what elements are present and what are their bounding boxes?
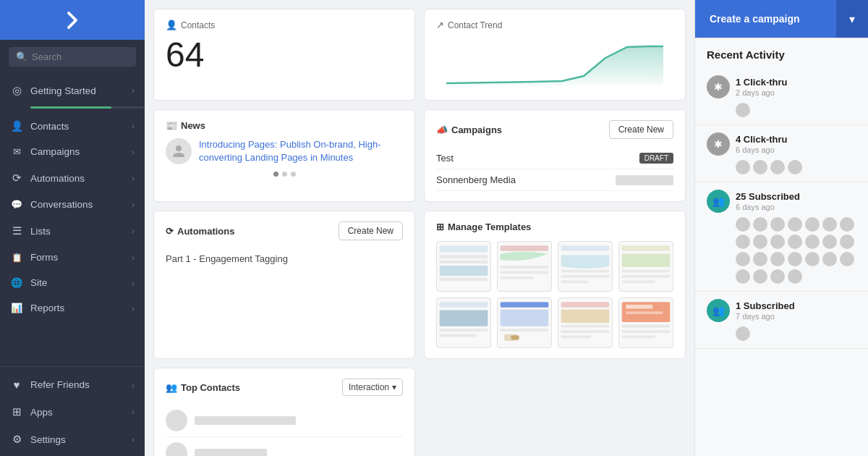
news-dots — [166, 172, 403, 177]
mini-avatar — [805, 217, 820, 232]
search-input[interactable] — [32, 51, 129, 62]
top-contacts-card: 👥 Top Contacts Interaction ▾ — [153, 368, 415, 456]
news-link[interactable]: Introducing Pages: Publish On-brand, Hig… — [199, 138, 403, 164]
automations-icon: ⟳ — [10, 172, 23, 185]
template-8[interactable] — [618, 297, 673, 348]
templates-card: ⊞ Manage Templates — [424, 211, 686, 359]
campaign-row-1: Test DRAFT — [436, 148, 673, 169]
activity-item-2: ✱ 4 Click-thru 6 days ago — [695, 125, 868, 182]
template-2[interactable] — [497, 241, 552, 292]
mini-avatar — [753, 235, 767, 249]
progress-bar — [30, 106, 145, 109]
sidebar-item-label: Getting Started — [30, 85, 124, 96]
activity-header-4: 👥 1 Subscribed 7 days ago — [707, 299, 856, 322]
sidebar-item-reports[interactable]: 📊 Reports › — [0, 295, 145, 321]
svg-rect-37 — [622, 330, 671, 333]
activity-item-1: ✱ 1 Click-thru 2 days ago — [695, 68, 868, 125]
sidebar-item-apps[interactable]: ⊞ Apps › — [0, 398, 145, 426]
template-3[interactable] — [558, 241, 613, 292]
lists-icon: ☰ — [10, 224, 23, 237]
sidebar-item-getting-started[interactable]: ◎ Getting Started › — [0, 77, 145, 113]
template-1[interactable] — [436, 241, 491, 292]
news-dot-3[interactable] — [291, 172, 296, 177]
interaction-dropdown[interactable]: Interaction ▾ — [342, 379, 403, 396]
sidebar-nav: ◎ Getting Started › 👤 Contacts › ✉ Campa… — [0, 74, 145, 366]
mini-avatar — [805, 252, 820, 266]
svg-rect-32 — [561, 336, 592, 339]
sidebar-item-lists[interactable]: ☰ Lists › — [0, 217, 145, 245]
search-icon: 🔍 — [16, 51, 27, 62]
mini-avatar — [805, 235, 820, 249]
activity-item-4: 👥 1 Subscribed 7 days ago — [695, 292, 868, 349]
mini-avatar — [822, 252, 837, 266]
automations-create-new-button[interactable]: Create New — [339, 221, 403, 240]
trend-card: ↗ Contact Trend — [424, 9, 686, 101]
search-bar[interactable]: 🔍 — [9, 47, 136, 67]
campaign-row-2: Sonnenberg Media — [436, 169, 673, 191]
sidebar-item-contacts[interactable]: 👤 Contacts › — [0, 113, 145, 139]
create-campaign-dropdown-button[interactable]: ▾ — [836, 0, 868, 38]
mini-avatar — [770, 252, 785, 266]
svg-rect-8 — [501, 271, 549, 274]
sidebar-item-campaigns[interactable]: ✉ Campaigns › — [0, 139, 145, 164]
svg-rect-12 — [561, 275, 610, 278]
sidebar-item-automations[interactable]: ⟳ Automations › — [0, 164, 145, 192]
contacts-card: 👤 Contacts 64 — [153, 9, 415, 101]
svg-rect-3 — [440, 261, 488, 264]
top-contacts-header: 👥 Top Contacts Interaction ▾ — [166, 379, 403, 396]
chevron-down-icon: ▾ — [849, 12, 855, 26]
campaign-name-1: Test — [436, 153, 454, 164]
template-4[interactable] — [618, 241, 673, 292]
activity-icon-1: ✱ — [707, 75, 730, 98]
logo-icon — [61, 9, 83, 31]
automations-icon: ⟳ — [166, 226, 174, 237]
svg-rect-4 — [440, 266, 488, 276]
mini-avatar — [822, 217, 837, 232]
mini-avatar — [788, 217, 802, 232]
template-7[interactable] — [558, 297, 613, 348]
activity-item-3: 👥 25 Subscribed 6 days ago — [695, 182, 868, 292]
template-5[interactable] — [436, 297, 491, 348]
sidebar-item-settings[interactable]: ⚙ Settings › — [0, 426, 145, 453]
trend-card-title: ↗ Contact Trend — [436, 20, 673, 30]
svg-rect-16 — [622, 270, 671, 273]
mini-avatar — [770, 235, 785, 249]
mini-avatar — [753, 252, 767, 266]
automation-row-1: Part 1 - Engagement Tagging — [166, 249, 403, 269]
sidebar-item-site[interactable]: 🌐 Site › — [0, 270, 145, 295]
sidebar-logo[interactable] — [0, 0, 145, 40]
mini-avatar — [770, 269, 785, 284]
activity-icon-4: 👥 — [707, 299, 730, 322]
svg-rect-28 — [561, 302, 610, 307]
sidebar-item-refer-friends[interactable]: ♥ Refer Friends › — [0, 371, 145, 398]
news-dot-2[interactable] — [282, 172, 287, 177]
svg-rect-5 — [440, 278, 488, 282]
svg-rect-2 — [440, 255, 488, 258]
create-campaign-button[interactable]: Create a campaign — [695, 0, 836, 38]
activity-time-2: 6 days ago — [736, 145, 788, 154]
sidebar-item-conversations[interactable]: 💬 Conversations › — [0, 192, 145, 217]
template-6[interactable] — [497, 297, 552, 348]
contact-avatar-1 — [166, 410, 187, 431]
mini-avatar — [753, 160, 767, 174]
svg-rect-9 — [501, 276, 534, 279]
mini-avatar — [753, 217, 767, 232]
campaign-status-badge-1: DRAFT — [639, 153, 673, 164]
trend-chart — [436, 36, 673, 87]
svg-rect-30 — [561, 325, 610, 328]
svg-rect-27 — [511, 336, 519, 340]
svg-rect-24 — [501, 310, 549, 326]
site-icon: 🌐 — [10, 277, 23, 288]
news-dot-1[interactable] — [273, 172, 278, 177]
campaigns-create-new-button[interactable]: Create New — [609, 120, 673, 139]
sidebar-item-forms[interactable]: 📋 Forms › — [0, 245, 145, 270]
mini-avatar — [736, 252, 750, 266]
automations-card-title: ⟳ Automations — [166, 226, 234, 237]
mini-avatar — [770, 217, 785, 232]
mini-avatar — [840, 235, 854, 249]
svg-rect-21 — [440, 329, 488, 332]
svg-rect-1 — [440, 245, 488, 252]
activity-icon-3: 👥 — [707, 190, 730, 213]
contacts-icon: 👤 — [10, 120, 23, 132]
svg-rect-7 — [501, 266, 549, 269]
